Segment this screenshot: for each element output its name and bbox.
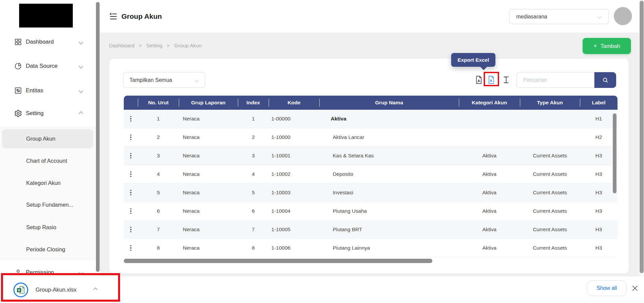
search-control xyxy=(517,72,616,88)
grid-icon xyxy=(14,38,22,46)
cell-kategori-akun: Aktiva xyxy=(459,239,520,257)
export-excel-tooltip: Export Excel xyxy=(451,53,495,67)
cell-type-akun: Current Assets xyxy=(520,202,580,220)
download-item[interactable]: Group-Akun.xlsx xyxy=(13,276,97,303)
table-row: 3 Neraca 3 1-10001 Kas & Setara Kas Akti… xyxy=(124,147,618,165)
row-menu-icon[interactable] xyxy=(128,133,133,142)
table-vertical-scrollbar[interactable] xyxy=(613,113,616,193)
top-header: Group Akun mediasarana xyxy=(100,0,639,33)
tambah-button[interactable]: + Tambah xyxy=(583,38,631,54)
cell-no-urut: 7 xyxy=(138,220,179,239)
sidebar-item-setting[interactable]: Setting xyxy=(0,105,96,121)
sidebar-item-setup-fundamental[interactable]: Setup Fundamen... xyxy=(2,197,93,213)
cell-kategori-akun: Aktiva xyxy=(459,220,520,239)
cell-label: H2 xyxy=(580,128,618,146)
row-height-icon[interactable] xyxy=(501,75,511,85)
app-logo xyxy=(19,4,73,28)
row-menu-icon[interactable] xyxy=(128,225,133,235)
menu-fold-icon[interactable] xyxy=(109,12,118,21)
cell-no-urut: 8 xyxy=(138,239,179,257)
chevron-down-icon xyxy=(195,78,199,82)
avatar[interactable] xyxy=(614,7,632,25)
cell-kategori-akun: Aktiva xyxy=(459,147,520,165)
breadcrumb-separator: > xyxy=(139,43,142,49)
cell-grup-laporan: Neraca xyxy=(179,165,238,183)
cell-grup-nama: Aktiva xyxy=(319,110,459,128)
table-header-row: No. Urut Grup Laporan Index Kode Grup Na… xyxy=(124,96,618,110)
workspace-select[interactable]: mediasarana xyxy=(509,9,609,24)
submenu-label: Setup Fundamen... xyxy=(26,202,73,208)
cell-label: H3 xyxy=(580,184,618,202)
cell-no-urut: 1 xyxy=(138,110,179,128)
chevron-down-icon xyxy=(79,40,83,44)
show-all-button[interactable]: Show all xyxy=(587,281,627,296)
table-row: 6 Neraca 6 1-10004 Piutang Usaha Aktiva … xyxy=(124,202,618,220)
cell-type-akun: Current Assets xyxy=(520,165,580,183)
search-button[interactable] xyxy=(594,72,616,88)
cell-grup-nama: Aktiva Lancar xyxy=(319,128,459,146)
cell-grup-laporan: Neraca xyxy=(179,110,238,128)
cell-kode: 1-10005 xyxy=(269,220,319,239)
cell-index: 3 xyxy=(238,147,269,165)
sidebar-item-entitas[interactable]: Entitas xyxy=(0,83,96,99)
pie-chart-icon xyxy=(14,62,22,70)
export-excel-icon[interactable] xyxy=(486,75,496,85)
table-row: 5 Neraca 5 1-10003 Investasi Aktiva Curr… xyxy=(124,184,618,202)
cell-type-akun xyxy=(520,128,580,146)
page-scrollbar[interactable] xyxy=(639,0,644,276)
sidebar-item-chart-of-account[interactable]: Chart of Account xyxy=(2,153,93,169)
sidebar-item-kategori-akun[interactable]: Kategori Akun xyxy=(2,175,93,191)
sliders-icon xyxy=(14,87,22,95)
sidebar: Dashboard Data Source Entitas Setting xyxy=(0,0,96,303)
cell-type-akun xyxy=(520,110,580,128)
download-progress-ring xyxy=(13,283,28,297)
cell-grup-nama: Deposito xyxy=(319,165,459,183)
table-horizontal-scrollbar[interactable] xyxy=(124,259,432,263)
sidebar-item-setup-rasio[interactable]: Setup Rasio xyxy=(2,219,93,235)
cell-grup-laporan: Neraca xyxy=(179,220,238,239)
table-body: 1 Neraca 1 1-00000 Aktiva H1 2 Neraca 2 … xyxy=(124,110,618,257)
submenu-label: Kategori Akun xyxy=(26,180,61,186)
row-menu-icon[interactable] xyxy=(128,151,133,161)
row-menu-icon[interactable] xyxy=(128,114,133,124)
plus-icon: + xyxy=(593,42,597,50)
table-header: Label xyxy=(580,96,618,110)
sidebar-scrollbar[interactable] xyxy=(96,0,100,276)
chevron-down-icon xyxy=(597,14,602,19)
cell-kategori-akun xyxy=(459,128,520,146)
show-filter-select[interactable]: Tampilkan Semua xyxy=(123,72,205,88)
sidebar-item-group-akun[interactable]: Group Akun xyxy=(2,129,93,148)
breadcrumb-setting[interactable]: Setting xyxy=(146,43,162,49)
gear-icon xyxy=(14,109,22,117)
sidebar-item-dashboard[interactable]: Dashboard xyxy=(0,34,96,50)
breadcrumb-dashboard[interactable]: Dashboard xyxy=(109,43,135,49)
sidebar-item-label: Data Source xyxy=(26,63,58,69)
cell-grup-nama: Piutang Usaha xyxy=(319,202,459,220)
chevron-up-icon[interactable] xyxy=(93,288,98,292)
cell-index: 5 xyxy=(238,184,269,202)
download-filename: Group-Akun.xlsx xyxy=(36,287,76,293)
sidebar-item-data-source[interactable]: Data Source xyxy=(0,58,96,74)
sidebar-item-periode-closing[interactable]: Periode Closing xyxy=(2,241,93,257)
row-menu-icon[interactable] xyxy=(128,188,133,198)
close-icon[interactable] xyxy=(631,285,639,292)
chevron-up-icon xyxy=(79,111,83,116)
app-window: Dashboard Data Source Entitas Setting xyxy=(0,0,644,303)
cell-grup-laporan: Neraca xyxy=(179,239,238,257)
person-icon xyxy=(14,268,22,276)
row-menu-icon[interactable] xyxy=(128,206,133,216)
search-input[interactable] xyxy=(517,72,594,88)
table-header: Kode xyxy=(269,96,319,110)
export-pdf-icon[interactable] xyxy=(474,75,483,85)
cell-kode: 1-10000 xyxy=(269,128,319,146)
cell-grup-nama: Piutang Lainnya xyxy=(319,239,459,257)
chevron-down-icon xyxy=(79,270,83,275)
row-menu-icon[interactable] xyxy=(128,169,133,179)
row-menu-icon[interactable] xyxy=(128,243,133,253)
table-row: 7 Neraca 7 1-10005 Piutang BRT Aktiva Cu… xyxy=(124,220,618,239)
cell-index: 7 xyxy=(238,220,269,239)
cell-grup-nama: Piutang BRT xyxy=(319,220,459,239)
table-row: 4 Neraca 4 1-10002 Deposito Aktiva Curre… xyxy=(124,165,618,184)
cell-label: H3 xyxy=(580,165,618,183)
table-row: 1 Neraca 1 1-00000 Aktiva H1 xyxy=(124,110,618,128)
